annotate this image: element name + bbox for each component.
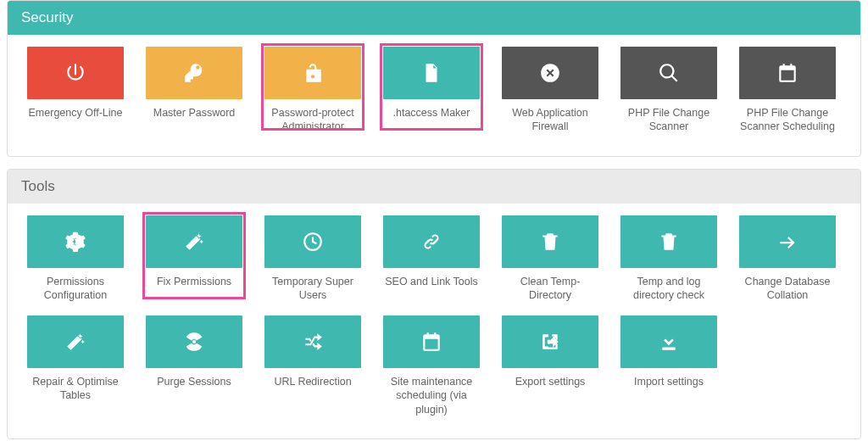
tile-label: Permissions Configuration [25,275,126,303]
tile-label: Change Database Collation [737,275,838,303]
tools-tile[interactable]: URL Redirection [253,315,372,416]
security-tile[interactable]: PHP File Change Scanner Scheduling [728,47,847,134]
link-icon [383,215,480,268]
tools-tile[interactable]: Purge Sessions [135,315,253,416]
tools-panel: Tools Permissions ConfigurationFix Permi… [7,169,861,439]
tile-label: PHP File Change Scanner Scheduling [737,106,838,134]
search-icon [620,47,717,99]
security-tile[interactable]: Web Application Firewall [491,47,609,134]
import-icon [620,315,717,368]
tools-tile[interactable]: Import settings [609,315,728,416]
tile-label: Repair & Optimise Tables [25,375,126,403]
file-icon [383,47,480,99]
unlock-icon [264,47,361,99]
tile-label: Web Application Firewall [499,106,601,134]
calendar-icon [383,315,480,368]
wand-icon [146,215,242,268]
trash-icon [620,215,717,268]
tile-label: Password-protect Administrator [262,106,364,134]
gear-icon [27,215,124,268]
tile-label: Master Password [153,106,236,120]
security-tile[interactable]: Master Password [135,47,253,134]
tools-tile[interactable]: Repair & Optimise Tables [16,315,135,416]
tile-label: Temp and log directory check [618,275,720,303]
power-icon [27,47,124,99]
tile-label: Emergency Off-Line [29,106,123,120]
tools-tile[interactable]: Clean Temp-Directory [491,215,609,303]
tile-label: Site maintenance scheduling (via plugin) [381,375,482,416]
security-panel-body: Emergency Off-LineMaster PasswordPasswor… [8,35,860,156]
security-panel: Security Emergency Off-LineMaster Passwo… [7,0,861,157]
security-tile[interactable]: Emergency Off-Line [16,47,135,134]
radiation-icon [146,315,242,368]
tools-tile[interactable]: Export settings [491,315,609,416]
tile-label: Clean Temp-Directory [499,275,601,303]
tile-label: Fix Permissions [157,275,231,288]
tools-tile[interactable]: SEO and Link Tools [372,215,491,303]
tools-tile[interactable]: Temp and log directory check [609,215,728,303]
security-tile[interactable]: .htaccess Maker [372,47,491,134]
arrow-icon [739,215,836,268]
key-icon [146,47,242,99]
security-tile[interactable]: Password-protect Administrator [253,47,372,134]
tools-title: Tools [21,178,55,194]
tools-panel-body: Permissions ConfigurationFix Permissions… [8,204,860,438]
tools-tile[interactable]: Change Database Collation [728,215,847,303]
tile-label: PHP File Change Scanner [618,106,720,134]
security-tile[interactable]: PHP File Change Scanner [609,47,728,134]
trash-icon [502,215,598,268]
tools-tile[interactable]: Permissions Configuration [16,215,135,303]
tile-label: Import settings [634,375,704,388]
tile-label: SEO and Link Tools [385,275,478,288]
export-icon [502,315,598,368]
tools-panel-header: Tools [8,170,860,204]
tile-label: URL Redirection [274,375,351,388]
clock-icon [264,215,361,268]
tile-label: Purge Sessions [157,375,231,388]
shuffle-icon [264,315,361,368]
calendar-icon [739,47,836,99]
security-panel-header: Security [8,1,860,35]
security-title: Security [21,9,73,25]
tools-tile[interactable]: Site maintenance scheduling (via plugin) [372,315,491,416]
tools-tile[interactable]: Fix Permissions [135,215,253,303]
wand-icon [27,315,124,368]
xcircle-icon [502,47,598,99]
tile-label: .htaccess Maker [392,106,470,120]
tools-tile[interactable]: Temporary Super Users [253,215,372,303]
tile-label: Export settings [515,375,586,388]
tile-label: Temporary Super Users [262,275,364,303]
